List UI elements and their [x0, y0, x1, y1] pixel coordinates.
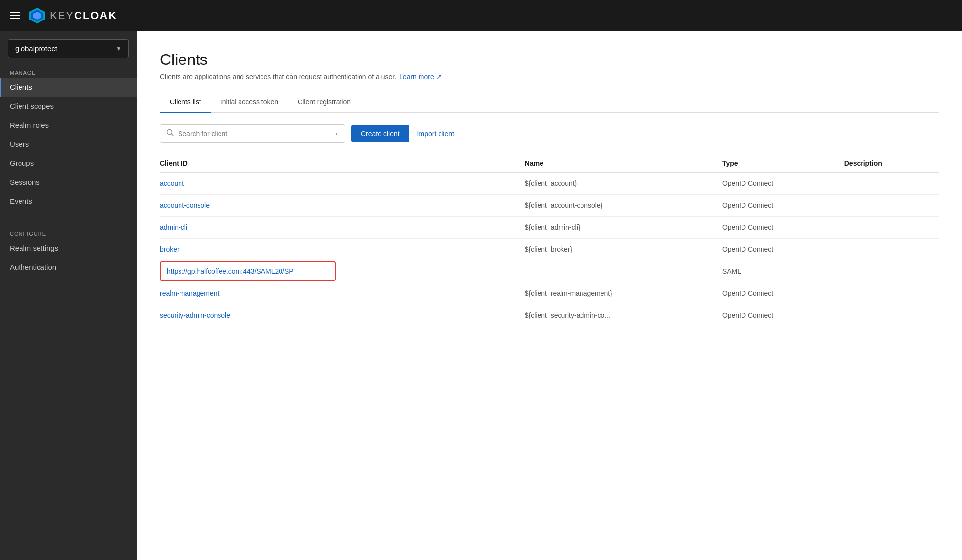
- external-link-icon: ↗: [436, 73, 442, 80]
- client-id-link-admin-cli[interactable]: admin-cli: [160, 223, 187, 231]
- main-layout: globalprotect ▼ Manage Clients Client sc…: [0, 31, 962, 560]
- page-title: Clients: [160, 51, 939, 69]
- client-desc-account-console: –: [844, 195, 939, 217]
- client-desc-security-admin-console: –: [844, 304, 939, 326]
- client-desc-account: –: [844, 173, 939, 195]
- sidebar: globalprotect ▼ Manage Clients Client sc…: [0, 31, 137, 560]
- client-name-realm-management: ${client_realm-management}: [525, 282, 722, 304]
- clients-table: Client ID Name Type Description account …: [160, 155, 939, 326]
- realm-selector[interactable]: globalprotect ▼: [8, 39, 129, 58]
- client-id-link-saml[interactable]: https://gp.halfcoffee.com:443/SAML20/SP: [167, 267, 294, 275]
- table-row-highlighted: https://gp.halfcoffee.com:443/SAML20/SP …: [160, 260, 939, 282]
- table-row: account ${client_account} OpenID Connect…: [160, 173, 939, 195]
- tab-initial-access-token[interactable]: Initial access token: [211, 92, 288, 113]
- sidebar-item-groups[interactable]: Groups: [0, 154, 137, 173]
- client-type-saml: SAML: [722, 260, 844, 282]
- logo: KEYCLOAK: [28, 7, 117, 24]
- client-name-broker: ${client_broker}: [525, 239, 722, 260]
- client-name-account-console: ${client_account-console}: [525, 195, 722, 217]
- search-submit-button[interactable]: →: [331, 129, 339, 138]
- actions-bar: → Create client Import client: [160, 124, 939, 143]
- logo-text: KEYCLOAK: [50, 9, 117, 22]
- table-body: account ${client_account} OpenID Connect…: [160, 173, 939, 326]
- sidebar-divider: [0, 217, 137, 217]
- col-header-name: Name: [525, 155, 722, 173]
- learn-more-text: Learn more: [399, 73, 434, 80]
- client-desc-saml: –: [844, 260, 939, 282]
- client-id-link-security-admin-console[interactable]: security-admin-console: [160, 311, 230, 319]
- client-id-link-realm-management[interactable]: realm-management: [160, 289, 219, 297]
- sidebar-item-realm-settings[interactable]: Realm settings: [0, 239, 137, 258]
- table-row: realm-management ${client_realm-manageme…: [160, 282, 939, 304]
- client-name-admin-cli: ${client_admin-cli}: [525, 217, 722, 239]
- client-desc-realm-management: –: [844, 282, 939, 304]
- search-icon: [166, 129, 174, 139]
- client-type-account-console: OpenID Connect: [722, 195, 844, 217]
- tabs-container: Clients list Initial access token Client…: [160, 92, 939, 113]
- main-content: Clients Clients are applications and ser…: [137, 31, 962, 560]
- sidebar-item-authentication[interactable]: Authentication: [0, 258, 137, 277]
- sidebar-item-events[interactable]: Events: [0, 192, 137, 211]
- client-id-link-account[interactable]: account: [160, 180, 184, 187]
- configure-section-label: Configure: [0, 223, 137, 239]
- table-row: security-admin-console ${client_security…: [160, 304, 939, 326]
- realm-name: globalprotect: [15, 44, 57, 53]
- col-header-client-id: Client ID: [160, 155, 525, 173]
- topnav: KEYCLOAK: [0, 0, 962, 31]
- client-desc-admin-cli: –: [844, 217, 939, 239]
- client-id-link-broker[interactable]: broker: [160, 245, 180, 253]
- sidebar-item-sessions[interactable]: Sessions: [0, 173, 137, 192]
- page-subtitle-text: Clients are applications and services th…: [160, 73, 396, 80]
- table-row: broker ${client_broker} OpenID Connect –: [160, 239, 939, 260]
- manage-section-label: Manage: [0, 62, 137, 78]
- client-id-link-account-console[interactable]: account-console: [160, 201, 210, 209]
- page-subtitle: Clients are applications and services th…: [160, 73, 939, 80]
- create-client-button[interactable]: Create client: [351, 125, 409, 142]
- search-container: →: [160, 124, 345, 143]
- search-input[interactable]: [178, 130, 327, 138]
- client-type-security-admin-console: OpenID Connect: [722, 304, 844, 326]
- table-header: Client ID Name Type Description: [160, 155, 939, 173]
- table-row: admin-cli ${client_admin-cli} OpenID Con…: [160, 217, 939, 239]
- hamburger-menu[interactable]: [10, 12, 20, 19]
- col-header-type: Type: [722, 155, 844, 173]
- import-client-button[interactable]: Import client: [415, 125, 456, 142]
- tab-clients-list[interactable]: Clients list: [160, 92, 211, 113]
- sidebar-item-client-scopes[interactable]: Client scopes: [0, 97, 137, 116]
- client-name-account: ${client_account}: [525, 173, 722, 195]
- client-desc-broker: –: [844, 239, 939, 260]
- sidebar-item-realm-roles[interactable]: Realm roles: [0, 116, 137, 135]
- client-name-security-admin-console: ${client_security-admin-co...: [525, 304, 722, 326]
- client-name-saml: –: [525, 260, 722, 282]
- client-type-realm-management: OpenID Connect: [722, 282, 844, 304]
- client-type-admin-cli: OpenID Connect: [722, 217, 844, 239]
- client-type-account: OpenID Connect: [722, 173, 844, 195]
- sidebar-item-users[interactable]: Users: [0, 135, 137, 154]
- chevron-down-icon: ▼: [116, 45, 121, 52]
- client-type-broker: OpenID Connect: [722, 239, 844, 260]
- sidebar-item-clients[interactable]: Clients: [0, 78, 137, 97]
- svg-line-4: [172, 134, 174, 136]
- learn-more-link[interactable]: Learn more ↗: [399, 73, 442, 80]
- col-header-description: Description: [844, 155, 939, 173]
- table-row: account-console ${client_account-console…: [160, 195, 939, 217]
- keycloak-logo-icon: [28, 7, 46, 24]
- tab-client-registration[interactable]: Client registration: [288, 92, 361, 113]
